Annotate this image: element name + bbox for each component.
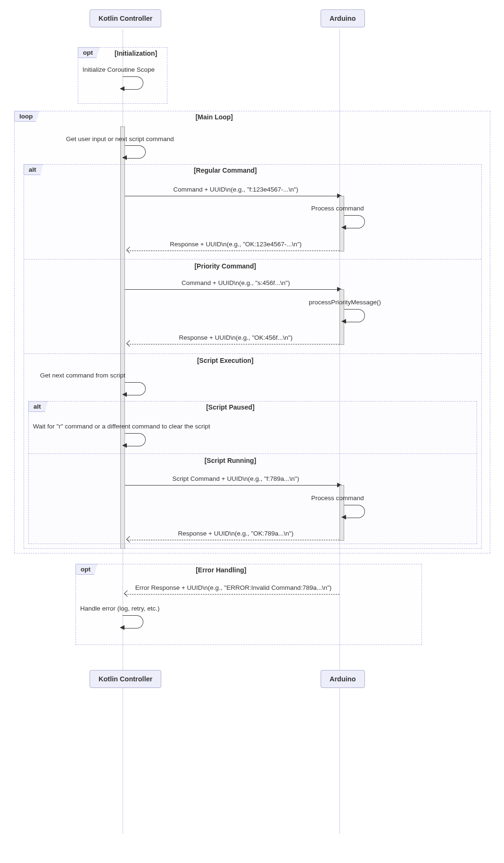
msg-handle-err: Handle error (log, retry, etc.) (80, 605, 160, 612)
fragment-label-loop: loop (14, 111, 40, 122)
msg-proc-cmd: Process command (311, 205, 364, 212)
divider-alt2 (29, 453, 477, 454)
fragment-title-loop: [Main Loop] (196, 113, 233, 121)
msg-get-next: Get next command from script (40, 372, 125, 379)
msg-resp-script: Response + UUID\n(e.g., "OK:789a...\n") (165, 530, 306, 537)
actor-kotlin-top: Kotlin Controller (90, 9, 161, 27)
msg-wait-r: Wait for "r" command or a different comm… (33, 423, 210, 430)
section-paused: [Script Paused] (206, 403, 255, 411)
section-running: [Script Running] (205, 457, 256, 464)
fragment-label-opt2: opt (75, 564, 98, 575)
msg-proc-cmd2: Process command (311, 494, 364, 502)
selfloop-wait-r (125, 433, 146, 446)
selfloop-get-input (125, 145, 146, 159)
fragment-title-init: [Initialization] (115, 50, 157, 57)
selfloop-get-next (125, 382, 146, 395)
actor-arduino-top: Arduino (321, 9, 365, 27)
divider-alt-2 (24, 353, 481, 354)
fragment-opt-init: opt [Initialization] (78, 47, 167, 104)
arrow-resp-reg (127, 251, 339, 251)
selfloop-handle-err (123, 615, 143, 628)
msg-cmd-script: Script Command + UUID\n(e.g., "f:789a...… (156, 475, 316, 482)
msg-init-scope: Initialize Coroutine Scope (83, 66, 155, 73)
msg-cmd-reg: Command + UUID\n(e.g., "f:123e4567-...\n… (160, 186, 311, 193)
msg-get-input: Get user input or next script command (66, 135, 174, 142)
msg-resp-reg: Response + UUID\n(e.g., "OK:123e4567-...… (160, 241, 311, 248)
msg-resp-pri: Response + UUID\n(e.g., "OK:456f...\n") (165, 334, 306, 341)
section-regular: [Regular Command] (194, 167, 257, 174)
fragment-label-opt: opt (78, 47, 100, 58)
arrow-err-resp (125, 594, 339, 595)
arrow-resp-pri (127, 344, 339, 344)
activation-arduino-1 (339, 196, 344, 251)
arrow-cmd-pri (125, 289, 337, 290)
fragment-label-alt: alt (24, 164, 43, 175)
sequence-diagram: Kotlin Controller Arduino opt [Initializ… (9, 9, 495, 854)
arrow-resp-script (127, 540, 339, 540)
selfloop-proc-cmd (344, 215, 365, 228)
msg-proc-pri: processPriorityMessage() (309, 299, 381, 306)
activation-arduino-3 (339, 485, 344, 541)
arrow-cmd-script (125, 485, 337, 486)
divider-alt-1 (24, 259, 481, 260)
activation-arduino-2 (339, 289, 344, 345)
msg-cmd-pri: Command + UUID\n(e.g., "s:456f...\n") (160, 279, 311, 286)
selfloop-proc-pri (344, 309, 365, 322)
actor-arduino-bottom: Arduino (321, 670, 365, 688)
msg-err-resp: Error Response + UUID\n(e.g., "ERROR:Inv… (132, 584, 335, 591)
selfloop-init (123, 76, 143, 90)
selfloop-proc-cmd2 (344, 505, 365, 518)
section-script: [Script Execution] (197, 357, 254, 364)
actor-kotlin-bottom: Kotlin Controller (90, 670, 161, 688)
fragment-label-alt2: alt (28, 401, 48, 412)
fragment-opt-error: opt [Error Handling] (75, 564, 422, 645)
section-priority: [Priority Command] (194, 262, 256, 270)
fragment-title-error: [Error Handling] (196, 566, 246, 574)
arrow-cmd-reg (125, 196, 337, 196)
